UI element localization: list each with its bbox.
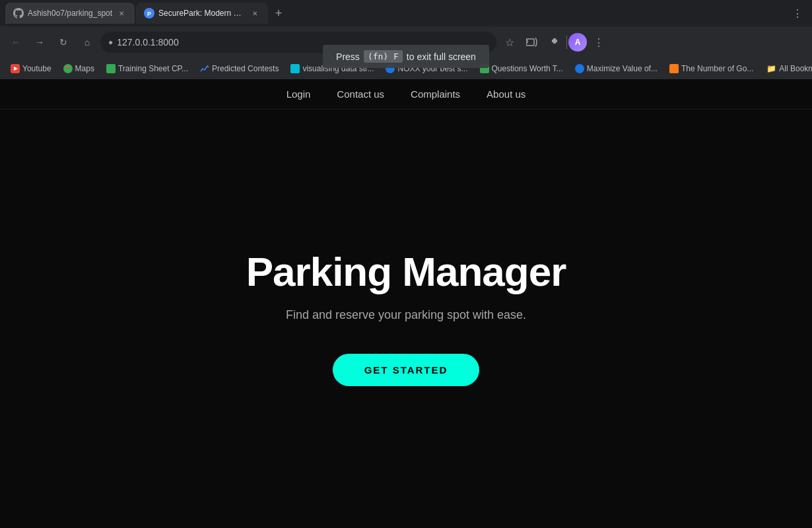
bookmark-noxx-label: NOXX your best s... xyxy=(397,64,467,73)
hero-title: Parking Manager xyxy=(246,248,566,295)
bookmark-visualising[interactable]: visualising data str... xyxy=(285,61,379,77)
toolbar-icons: ☆ A ⋮ xyxy=(499,32,609,53)
svg-marker-3 xyxy=(14,67,18,71)
bookmark-youtube-label: Youtube xyxy=(22,64,51,73)
forward-button[interactable]: → xyxy=(29,32,50,53)
visualising-icon xyxy=(290,64,300,73)
separator xyxy=(566,36,567,49)
tab-extras-button[interactable]: ⋮ xyxy=(788,4,807,22)
bookmark-predicted[interactable]: Predicted Contests xyxy=(195,61,284,77)
bookmark-questions-label: Questions Worth T... xyxy=(492,64,563,73)
bookmark-visualising-label: visualising data str... xyxy=(302,64,374,73)
nav-about[interactable]: About us xyxy=(487,88,525,100)
hero-subtitle: Find and reserve your parking spot with … xyxy=(286,308,526,322)
bookmark-questions[interactable]: Questions Worth T... xyxy=(475,61,568,77)
home-button[interactable]: ⌂ xyxy=(77,32,98,53)
cta-button[interactable]: GET STARTED xyxy=(333,354,480,386)
menu-button[interactable]: ⋮ xyxy=(588,32,609,53)
bookmark-maximize[interactable]: Maximize Value of... xyxy=(570,61,663,77)
tab-github[interactable]: Ashish0o7/parking_spot ✕ xyxy=(5,3,135,24)
bookmark-number-label: The Number of Go... xyxy=(681,64,753,73)
bookmark-maps[interactable]: 📍 Maps xyxy=(58,61,100,77)
profile-button[interactable]: A xyxy=(568,33,587,51)
maximize-icon xyxy=(575,64,584,73)
tab-bar: Ashish0o7/parking_spot ✕ P SecurePark: M… xyxy=(0,0,812,26)
svg-text:P: P xyxy=(147,11,151,17)
security-icon: ● xyxy=(108,38,113,47)
bookmark-number[interactable]: The Number of Go... xyxy=(664,61,759,77)
nav-login[interactable]: Login xyxy=(287,88,311,100)
tab-github-title: Ashish0o7/parking_spot xyxy=(28,9,112,18)
bookmark-youtube[interactable]: Youtube xyxy=(5,61,57,77)
folder-icon: 📁 xyxy=(766,64,776,73)
hero-section: Parking Manager Find and reserve your pa… xyxy=(0,110,812,524)
bookmarks-bar: Youtube 📍 Maps Training Sheet CP... Pred… xyxy=(0,58,812,79)
nav-complaints[interactable]: Complaints xyxy=(411,88,460,100)
website-content: Login Contact us Complaints About us Par… xyxy=(0,79,812,528)
predicted-icon xyxy=(200,64,209,73)
extensions-button[interactable] xyxy=(544,32,565,53)
new-tab-button[interactable]: + xyxy=(269,4,288,22)
all-bookmarks-label: All Bookmarks xyxy=(779,64,812,73)
star-button[interactable]: ☆ xyxy=(499,32,520,53)
bookmark-training[interactable]: Training Sheet CP... xyxy=(101,61,193,77)
questions-icon xyxy=(480,64,489,73)
address-bar-row: ← → ↻ ⌂ ● 127.0.0.1:8000 ☆ A xyxy=(0,26,812,58)
address-bar[interactable]: ● 127.0.0.1:8000 xyxy=(100,32,496,53)
maps-icon: 📍 xyxy=(63,64,73,73)
tab-securepark-title: SecurePark: Modern Parking xyxy=(158,9,246,18)
tab-securepark[interactable]: P SecurePark: Modern Parking ✕ xyxy=(136,3,268,24)
tab-securepark-close[interactable]: ✕ xyxy=(250,8,260,18)
reload-button[interactable]: ↻ xyxy=(53,32,74,53)
noxx-icon xyxy=(386,64,395,73)
nav-contact[interactable]: Contact us xyxy=(337,88,384,100)
browser-chrome: Ashish0o7/parking_spot ✕ P SecurePark: M… xyxy=(0,0,812,79)
training-icon xyxy=(106,64,116,73)
address-text: 127.0.0.1:8000 xyxy=(117,37,489,48)
back-button[interactable]: ← xyxy=(5,32,26,53)
youtube-icon xyxy=(11,64,20,73)
all-bookmarks-button[interactable]: 📁 All Bookmarks xyxy=(761,61,812,77)
securepark-icon: P xyxy=(144,8,154,18)
site-nav: Login Contact us Complaints About us xyxy=(0,79,812,110)
bookmark-maximize-label: Maximize Value of... xyxy=(587,64,658,73)
bookmark-predicted-label: Predicted Contests xyxy=(212,64,279,73)
bookmark-maps-label: Maps xyxy=(75,64,94,73)
bookmark-training-label: Training Sheet CP... xyxy=(118,64,188,73)
bookmark-noxx[interactable]: NOXX your best s... xyxy=(380,61,473,77)
number-icon xyxy=(669,64,679,73)
tab-github-close[interactable]: ✕ xyxy=(116,8,127,18)
github-icon xyxy=(13,8,24,18)
cast-button[interactable] xyxy=(522,32,543,53)
